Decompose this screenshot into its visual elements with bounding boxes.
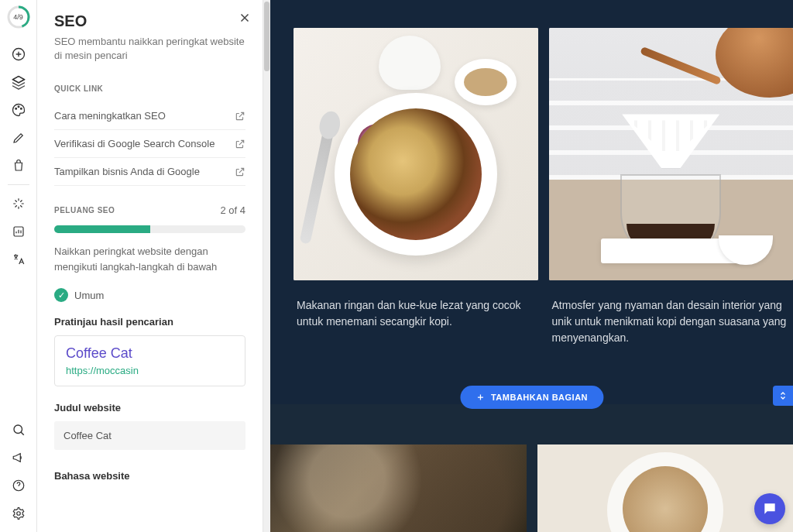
external-link-icon xyxy=(235,111,245,122)
quicklink-google-business[interactable]: Tampilkan bisnis Anda di Google xyxy=(54,158,245,186)
panel-subtitle: SEO membantu naikkan peringkat website d… xyxy=(54,35,245,63)
add-section-button[interactable]: TAMBAHKAN BAGIAN xyxy=(460,386,603,409)
opportunity-desc: Naikkan peringkat website dengan mengiku… xyxy=(54,244,245,274)
shop-icon[interactable] xyxy=(0,152,37,180)
settings-icon[interactable] xyxy=(0,499,37,527)
card-food-image xyxy=(294,28,538,280)
plus-icon xyxy=(475,393,485,402)
status-text: Umum xyxy=(74,290,104,301)
quick-link-label: QUICK LINK xyxy=(54,84,245,93)
seo-panel: SEO SEO membantu naikkan peringkat websi… xyxy=(37,0,263,532)
panel-scrollbar[interactable] xyxy=(263,0,270,532)
setup-progress-badge[interactable]: 4/9 xyxy=(6,5,31,29)
status-general[interactable]: ✓ Umum xyxy=(54,288,245,302)
svg-point-9 xyxy=(16,512,20,516)
gallery-image-2[interactable] xyxy=(537,444,794,532)
external-link-icon xyxy=(235,166,245,177)
rail-divider xyxy=(8,184,29,185)
field-lang-label: Bahasa website xyxy=(54,470,245,482)
external-link-icon xyxy=(235,139,245,149)
svg-point-5 xyxy=(20,108,22,110)
megaphone-icon[interactable] xyxy=(0,444,37,472)
layers-icon[interactable] xyxy=(0,68,37,96)
check-icon: ✓ xyxy=(54,288,68,302)
quicklink-improve-seo[interactable]: Cara meningkatkan SEO xyxy=(54,102,245,130)
quicklink-text: Tampilkan bisnis Anda di Google xyxy=(54,166,200,177)
gallery-image-1[interactable] xyxy=(270,444,527,532)
opportunity-progress xyxy=(54,225,245,233)
palette-icon[interactable] xyxy=(0,96,37,124)
card-atmosphere-image xyxy=(549,28,794,280)
card-food-caption: Makanan ringan dan kue-kue lezat yang co… xyxy=(294,280,538,330)
gallery-row xyxy=(270,444,793,532)
opportunity-label: PELUANG SEO xyxy=(54,206,115,215)
card-atmosphere[interactable]: Atmosfer yang nyaman dan desain interior… xyxy=(549,28,794,346)
chat-launcher[interactable] xyxy=(754,493,785,524)
field-title-label: Judul website xyxy=(54,402,245,414)
help-icon[interactable] xyxy=(0,472,37,499)
svg-point-4 xyxy=(18,106,19,108)
sparkle-icon[interactable] xyxy=(0,190,37,218)
quicklink-google-verify[interactable]: Verifikasi di Google Search Console xyxy=(54,130,245,158)
close-panel-button[interactable] xyxy=(238,11,252,25)
svg-point-7 xyxy=(14,425,22,434)
search-icon[interactable] xyxy=(0,416,37,444)
quicklink-text: Cara meningkatkan SEO xyxy=(54,110,166,122)
translate-icon[interactable] xyxy=(0,245,37,273)
add-section-label: TAMBAHKAN BAGIAN xyxy=(491,393,588,402)
left-rail: 4/9 xyxy=(0,0,37,532)
analytics-icon[interactable] xyxy=(0,218,37,245)
card-atmosphere-caption: Atmosfer yang nyaman dan desain interior… xyxy=(549,280,794,346)
panel-title: SEO xyxy=(54,12,245,30)
quicklink-text: Verifikasi di Google Search Console xyxy=(54,138,215,149)
search-preview: Coffee Cat https://moccasin xyxy=(54,335,245,386)
pencil-icon[interactable] xyxy=(0,124,37,152)
preview-url: https://moccasin xyxy=(66,365,234,376)
preview-label: Pratinjau hasil pencarian xyxy=(54,316,245,328)
add-icon[interactable] xyxy=(0,40,37,68)
preview-title: Coffee Cat xyxy=(66,345,234,362)
opportunity-count: 2 of 4 xyxy=(220,204,245,216)
feature-cards: Makanan ringan dan kue-kue lezat yang co… xyxy=(294,28,793,346)
website-title-input[interactable] xyxy=(54,421,245,450)
svg-point-3 xyxy=(15,108,16,110)
editor-canvas: Makanan ringan dan kue-kue lezat yang co… xyxy=(270,0,793,532)
card-food[interactable]: Makanan ringan dan kue-kue lezat yang co… xyxy=(294,28,538,346)
section-reorder-handle[interactable] xyxy=(773,386,793,406)
